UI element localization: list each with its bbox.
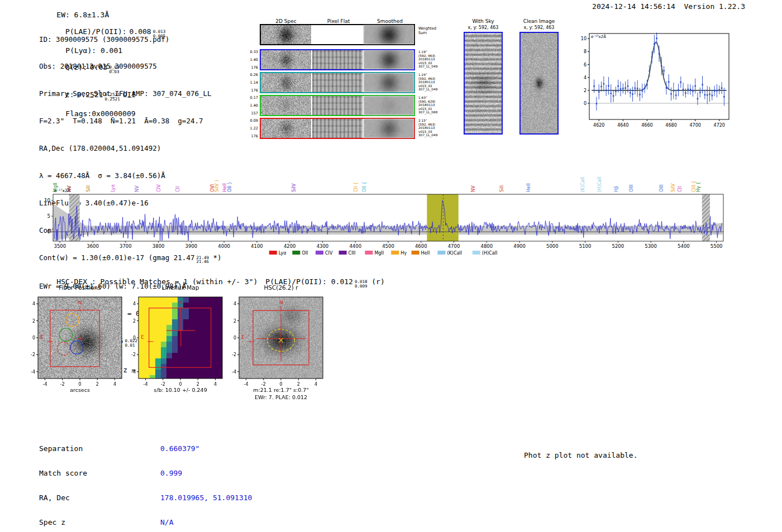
fiber4-2dspec-image <box>261 119 311 138</box>
svg-text:Hγ: Hγ <box>400 251 407 256</box>
svg-text:5200: 5200 <box>612 243 624 249</box>
row-label: Spec z <box>39 519 160 527</box>
fiber-number: 157 <box>251 111 258 116</box>
svg-text:SiIV: SiIV <box>292 183 297 192</box>
svg-text:SiII: SiII <box>86 185 91 192</box>
svg-text:4500: 4500 <box>382 243 394 249</box>
svg-text:E: E <box>241 334 245 340</box>
svg-text:OII: OII <box>302 251 308 256</box>
fiber-xy: (590, 629) <box>418 100 437 104</box>
clean-image-frame <box>519 32 559 135</box>
col-header-smoothed: Smoothed <box>377 18 403 24</box>
fiber3-pixelflat-image <box>312 96 363 115</box>
svg-text:-2: -2 <box>232 352 236 357</box>
hsc-r-overlay: -4-4-2-2002244NE <box>221 282 327 402</box>
fiber2-weights: 0.261.14176 <box>245 72 258 93</box>
with-sky-title: With Sky <box>472 18 494 24</box>
fiber-distance: 1.24" <box>418 73 437 77</box>
svg-text:OII {: OII { <box>362 181 367 192</box>
svg-text:4300: 4300 <box>317 243 329 249</box>
row-value: 0.660379" <box>160 445 199 453</box>
info-obs: Obs: 20180113v015_3090009575 <box>39 62 222 71</box>
svg-text:0: 0 <box>133 336 136 341</box>
svg-text:4: 4 <box>214 382 217 387</box>
fiber-distance: 1.63" <box>418 96 437 100</box>
fiber-chi2: 1.40 <box>250 103 258 108</box>
svg-text:4: 4 <box>113 382 116 387</box>
clean-image <box>521 33 557 133</box>
svg-text:-2: -2 <box>161 382 165 387</box>
row-label: Match score <box>39 469 160 478</box>
with-sky-image <box>465 33 502 133</box>
svg-text:4700: 4700 <box>689 123 700 128</box>
svg-text:Lyα: Lyα <box>279 251 287 256</box>
svg-text:2: 2 <box>233 319 236 324</box>
svg-text:5500: 5500 <box>711 243 723 249</box>
svg-text:CIV: CIV <box>325 251 333 256</box>
svg-text:2: 2 <box>197 382 199 387</box>
fiber-amp: 307_LL_049 <box>418 133 437 137</box>
svg-text:HeII: HeII <box>526 183 531 192</box>
table-row: Separation0.660379" <box>39 445 252 453</box>
svg-text:E: E <box>141 334 144 340</box>
svg-text:4620: 4620 <box>593 123 604 128</box>
svg-text:-4: -4 <box>232 370 236 375</box>
fiber-chi2: 1.14 <box>250 80 258 85</box>
svg-text:5: 5 <box>47 213 50 219</box>
table-row: RA, Dec178.019965, 51.091310 <box>39 494 252 502</box>
svg-text:5400: 5400 <box>678 243 690 249</box>
fiber-number: 176 <box>251 65 258 70</box>
row-value: 0.999 <box>160 469 182 478</box>
svg-text:4400: 4400 <box>349 243 361 249</box>
fiber-amp: 307_LL_049 <box>418 88 437 92</box>
fiber-amp: 307_LL_068 <box>418 111 437 114</box>
fiber-number: 176 <box>251 88 258 93</box>
spec2d-row-fiber-2 <box>260 72 415 93</box>
svg-text:(K)CaII: (K)CaII <box>580 177 585 192</box>
svg-text:-4: -4 <box>244 382 249 387</box>
svg-text:5100: 5100 <box>579 243 592 249</box>
full-spectrum-plot: 0510350036003700380039004000410042004300… <box>32 141 754 264</box>
fiber-weight: 0.17 <box>250 95 258 100</box>
fiber-distance: 2.15" <box>418 119 437 123</box>
fiber-date: 20180113 <box>418 103 437 107</box>
fiber1-smoothed-image <box>364 50 414 69</box>
fiber2-2dspec-image <box>261 73 311 92</box>
fiber-xy: (592, 463) <box>418 77 437 81</box>
svg-text:4660: 4660 <box>641 123 652 128</box>
svg-text:e⁻¹⁷x2Å: e⁻¹⁷x2Å <box>591 34 606 39</box>
fiber-exposure: v015_01 <box>418 107 437 111</box>
svg-text:-4: -4 <box>144 382 148 387</box>
svg-text:Lyα: Lyα <box>111 184 116 192</box>
svg-text:(K)CaII: (K)CaII <box>447 251 462 256</box>
fiber2-pixelflat-image <box>312 73 363 92</box>
fiber1-2dspec-image <box>261 50 311 69</box>
fiber-distance: 1.19" <box>418 50 437 54</box>
table-row: Spec zN/A <box>39 519 252 527</box>
spec2d-row-fiber-1 <box>260 49 415 70</box>
info-stats: F=2.3" T=0.148 N̄=1.21 Ā=0.38 g=24.7 <box>39 117 222 126</box>
spec2d-row-fiber-4 <box>260 118 415 139</box>
hsc-r-panel: HSC(26.2) r -4-4-2-2002244NE m:21.1 re:1… <box>221 282 327 402</box>
clean-image-title: Clean Image <box>523 18 555 24</box>
svg-text:4680: 4680 <box>665 123 676 128</box>
clean-image-coords: x, y: 592, 463 <box>524 25 555 30</box>
catalog-match-table: Separation0.660379" Match score0.999 RA,… <box>39 429 252 532</box>
match-plae-uncertainty: 0.0180.009 <box>355 280 368 288</box>
fiber-exposure: v015_02 <box>418 84 437 88</box>
svg-text:SiIV }: SiIV } <box>214 179 220 192</box>
fiber1-weights: 0.331.40176 <box>245 49 258 70</box>
svg-text:4: 4 <box>233 301 236 306</box>
svg-text:N: N <box>179 300 183 305</box>
fiber1-annotation: 1.19"(592, 463)20180113v015_02307_LL_049 <box>418 50 437 69</box>
svg-text:4800: 4800 <box>480 243 493 249</box>
fiber-number: 176 <box>251 134 258 138</box>
fiber3-annotation: 1.63"(590, 629)20180113v015_01307_LL_068 <box>418 96 437 114</box>
col-header-pixelflat: Pixel Flat <box>327 18 350 24</box>
row-label: RA, Dec <box>39 494 160 502</box>
fiber-weight: 0.09 <box>250 118 258 123</box>
fiber4-annotation: 2.15"(592, 463)20180113v015_03307_LL_049 <box>418 119 437 137</box>
fiber-xy: (592, 463) <box>418 123 437 127</box>
line-fit-plot: 4620464046604680470047200246810e⁻¹⁷x2Å <box>561 23 740 138</box>
svg-text:CII: CII <box>678 186 683 192</box>
